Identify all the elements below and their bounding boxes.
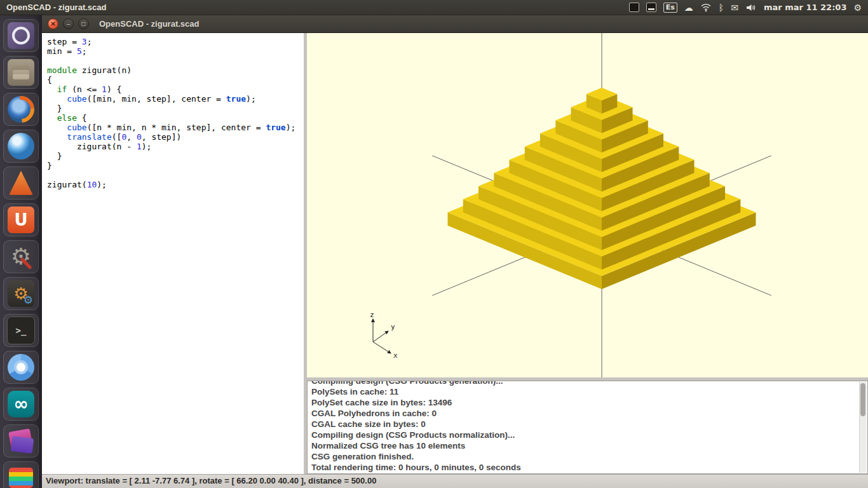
clock[interactable]: mar mar 11 22:03 — [764, 3, 847, 12]
package-manager-icon: ⚙ — [8, 280, 34, 307]
launcher-item-stacked-apps-2[interactable] — [3, 461, 39, 488]
arduino-ide-icon: ∞ — [8, 391, 34, 417]
code-line: module zigurat(n) — [47, 65, 304, 75]
keyboard-layout-indicator[interactable]: Es — [663, 3, 677, 13]
system-settings-icon: ⚙ — [8, 243, 34, 270]
launcher-item-dash-home[interactable] — [3, 19, 39, 52]
wifi-icon[interactable] — [700, 3, 712, 12]
console-line: Total rendering time: 0 hours, 0 minutes… — [311, 462, 867, 473]
code-line: } — [47, 151, 304, 161]
code-line: translate([0, 0, step]) — [47, 132, 304, 142]
code-area[interactable]: step = 3;min = 5; module zigurat(n){ if … — [42, 33, 304, 189]
console-line: PolySet cache size in bytes: 13496 — [311, 397, 867, 408]
launcher-item-arduino-ide[interactable]: ∞ — [3, 388, 39, 421]
dash-home-icon — [8, 22, 34, 49]
console-line: CSG generation finished. — [311, 451, 867, 462]
code-line: { — [47, 75, 304, 85]
mail-icon[interactable]: ✉ — [731, 3, 738, 12]
panel-app-title: OpenSCAD - zigurat.scad — [0, 3, 106, 12]
code-line: cube([n * min, n * min, step], center = … — [47, 123, 304, 132]
launcher-item-chromium[interactable] — [3, 351, 39, 384]
launcher-item-terminal[interactable]: >_ — [3, 314, 39, 347]
console-pane[interactable]: Compiling design (CSG Products generatio… — [307, 381, 868, 474]
indicator-y-arrow — [373, 331, 388, 342]
stacked-apps-2-icon — [9, 468, 33, 488]
console-line: Compiling design (CSG Products generatio… — [311, 381, 867, 386]
launcher-item-package-manager[interactable]: ⚙ — [3, 277, 39, 310]
code-line: min = 5; — [47, 46, 304, 56]
window-title: OpenSCAD - zigurat.scad — [99, 19, 199, 29]
axis-indicator: z x y — [356, 311, 402, 362]
volume-icon[interactable] — [745, 3, 757, 12]
maximize-button[interactable]: ▢ — [78, 18, 89, 29]
axis-label-z: z — [370, 311, 374, 319]
code-line: if (n <= 1) { — [47, 85, 304, 94]
console-line: PolySets in cache: 11 — [311, 386, 867, 397]
desktop: OpenSCAD - zigurat.scad Es ☁ ᛒ ✉ mar mar… — [0, 0, 868, 488]
axis-label-x: x — [393, 351, 398, 360]
session-gear-icon[interactable]: ⚙ — [853, 3, 862, 12]
vertical-splitter[interactable] — [304, 33, 307, 474]
terminal-icon: >_ — [7, 316, 35, 344]
code-line: cube([min, min, step], center = true); — [47, 94, 304, 104]
launcher-item-ubuntu-one[interactable]: U — [3, 203, 39, 236]
launcher-item-software-center[interactable] — [3, 166, 39, 200]
bluetooth-icon[interactable]: ᛒ — [719, 3, 724, 12]
console-line: CGAL cache size in bytes: 0 — [311, 419, 867, 430]
indicator-icon[interactable] — [629, 3, 639, 12]
code-line: step = 3; — [47, 37, 304, 46]
code-line: zigurat(n - 1); — [47, 142, 304, 151]
minimize-button[interactable]: – — [63, 18, 74, 29]
console-output: Compiling design (CSG Products generatio… — [308, 381, 867, 473]
top-panel: OpenSCAD - zigurat.scad Es ☁ ᛒ ✉ mar mar… — [0, 0, 868, 15]
console-scrollbar[interactable] — [859, 382, 867, 473]
files-icon — [8, 59, 34, 86]
indicator-x-arrow — [373, 342, 391, 353]
chromium-icon — [8, 354, 34, 381]
stacked-apps-1-icon — [8, 428, 34, 454]
ubuntu-one-icon: U — [8, 207, 34, 233]
launcher-item-files[interactable] — [3, 56, 39, 89]
3d-viewport[interactable]: z x y — [307, 33, 868, 377]
code-line: zigurat(10); — [47, 180, 304, 189]
unity-launcher: U⚙⚙>_∞ — [0, 15, 42, 488]
code-line — [47, 56, 304, 65]
web-browser-icon — [8, 133, 34, 159]
display-indicator-icon[interactable] — [646, 3, 656, 12]
console-line: CGAL Polyhedrons in cache: 0 — [311, 408, 867, 419]
close-button[interactable]: ✕ — [48, 18, 58, 29]
code-line — [47, 170, 304, 180]
console-line: Compiling design (CSG Products normaliza… — [311, 430, 867, 440]
axis-label-y: y — [391, 323, 395, 331]
system-tray: Es ☁ ᛒ ✉ mar mar 11 22:03 ⚙ — [629, 3, 868, 13]
code-line: } — [47, 161, 304, 170]
launcher-item-web-browser[interactable] — [3, 130, 39, 163]
window-titlebar[interactable]: ✕ – ▢ OpenSCAD - zigurat.scad — [42, 15, 868, 33]
status-bar: Viewport: translate = [ 2.11 -7.77 6.74 … — [42, 474, 868, 488]
code-line: else { — [47, 113, 304, 123]
code-line: } — [47, 104, 304, 113]
firefox-icon — [8, 96, 34, 123]
launcher-item-stacked-apps-1[interactable] — [3, 424, 39, 458]
code-editor[interactable]: step = 3;min = 5; module zigurat(n){ if … — [42, 33, 304, 474]
cloud-icon[interactable]: ☁ — [684, 3, 693, 12]
launcher-item-system-settings[interactable]: ⚙ — [3, 240, 39, 273]
launcher-item-firefox[interactable] — [3, 93, 39, 126]
software-center-icon — [8, 170, 34, 196]
horizontal-splitter[interactable] — [307, 377, 868, 381]
console-line: Normalized CSG tree has 10 elements — [311, 440, 867, 451]
console-scrollbar-handle[interactable] — [860, 383, 865, 416]
